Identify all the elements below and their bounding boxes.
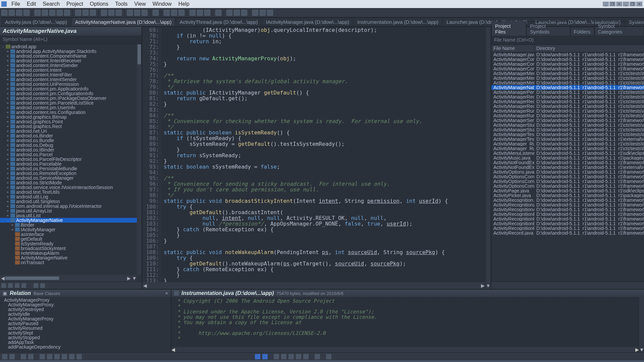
file-row[interactable]: ActivityManager_RunD:\dow\android-5.1.1_… <box>491 146 644 151</box>
document-tab[interactable]: ActivityThread.java (D:\dow\...\app) <box>176 17 261 26</box>
file-row[interactable]: ActivityManagerRunnD:\dow\android-5.1.1_… <box>491 113 644 118</box>
menu-help[interactable]: Help <box>175 1 193 7</box>
file-row[interactable]: ActivityManagerMemD:\dow\android-5.1.1_r… <box>491 71 644 76</box>
menu-options[interactable]: Options <box>87 1 112 7</box>
relation-item[interactable]: addAppTask <box>1 340 169 345</box>
file-row[interactable]: ActivityOptionsCompD:\dow\android-5.1.1_… <box>491 184 644 188</box>
toolbar-button[interactable] <box>171 10 177 16</box>
toolbar-button[interactable] <box>35 10 41 16</box>
tree-row[interactable]: +android.os.IBinder <box>0 147 142 152</box>
toolbar-button[interactable] <box>142 10 148 16</box>
project-tab[interactable]: Project Files <box>491 21 526 36</box>
toolbar-button[interactable] <box>64 10 70 16</box>
toolbar-button[interactable] <box>252 10 258 16</box>
tree-row[interactable]: -ActivityManagerNative <box>0 218 142 223</box>
relation-item[interactable]: activityDestroyed <box>1 307 169 312</box>
tree-vscroll[interactable] <box>137 44 142 275</box>
tree-row[interactable]: +android.graphics.Bitmap <box>0 115 142 119</box>
tree-row[interactable]: +com.android.internal.app.IVoiceInteract… <box>0 204 142 208</box>
tool-icon[interactable] <box>281 354 286 359</box>
file-row[interactable]: ActivityRecognitionPrD:\dow\android-5.1.… <box>491 221 644 226</box>
tree-row[interactable]: +android.os.StrictMode <box>0 180 142 185</box>
tree-row[interactable]: +android.content.IntentSender <box>0 77 142 82</box>
tool-icon[interactable] <box>2 354 7 359</box>
tree-row[interactable]: +android.content.UriPermission <box>0 82 142 86</box>
tool-icon[interactable] <box>69 354 74 359</box>
file-row[interactable]: ActivityOptionsCompD:\dow\android-5.1.1_… <box>491 179 644 184</box>
col-directory[interactable]: Directory <box>534 45 644 52</box>
symbol-tree[interactable]: -android.app+android.app.ActivityManager… <box>0 44 142 282</box>
file-row[interactable]: ActivityManagerServiD:\dow\android-5.1.1… <box>491 118 644 123</box>
tool-icon[interactable] <box>34 283 38 288</box>
project-tab[interactable]: Folders <box>570 27 594 36</box>
tree-row[interactable]: +android.app.ActivityManager.StackInfo <box>0 49 142 54</box>
toolbar-button[interactable] <box>90 10 96 16</box>
toolbar-button[interactable] <box>9 10 15 16</box>
tree-row[interactable]: +android.content.pm.ParceledListSlice <box>0 101 142 105</box>
menu-window[interactable]: Window <box>149 1 175 7</box>
file-row[interactable]: ActivityMusic.javaD:\dow\android-5.1.1_r… <box>491 156 644 160</box>
file-row[interactable]: ActivityManagerStubD:\dow\android-5.1.1_… <box>491 127 644 132</box>
menu-edit[interactable]: Edit <box>23 1 40 7</box>
minimize-child-button[interactable]: _ <box>623 2 629 6</box>
tree-row[interactable]: +android.util.Log <box>0 194 142 199</box>
tool-icon[interactable] <box>28 354 34 359</box>
tree-row[interactable]: +android.net.Uri <box>0 129 142 133</box>
toolbar-button[interactable] <box>134 10 140 16</box>
tree-row[interactable]: +android.graphics.Rect <box>0 124 142 129</box>
tool-icon[interactable] <box>21 283 26 288</box>
tree-row[interactable]: +android.os.Debug <box>0 143 142 147</box>
toolbar-button[interactable] <box>190 10 196 16</box>
close-child-button[interactable]: × <box>636 2 642 6</box>
tree-row[interactable]: +android.service.voice.IVoiceInteraction… <box>0 185 142 190</box>
tree-row[interactable]: +android.content.pm.IPackageDataObserver <box>0 96 142 101</box>
tree-row[interactable]: +android.content.pm.ApplicationInfo <box>0 86 142 91</box>
relation-item[interactable]: ActivityManagerProxy <box>1 316 169 321</box>
preview-content[interactable]: * Copyright (C) 2006 The Android Open So… <box>171 297 644 347</box>
close-icon[interactable]: × <box>165 291 168 296</box>
toolbar-button[interactable] <box>16 10 22 16</box>
relation-item[interactable]: ActivityManagerProxy: <box>1 302 169 307</box>
tool-icon[interactable] <box>303 354 309 359</box>
toolbar-button[interactable] <box>260 10 266 16</box>
toolbar-button[interactable] <box>153 10 159 16</box>
tree-row[interactable]: +android.content.ComponentName <box>0 54 142 58</box>
relation-item[interactable]: addPackageDependency <box>1 345 169 349</box>
file-row[interactable]: ActivityManagerCompD:\dow\android-5.1.1_… <box>491 62 644 66</box>
toolbar-button[interactable] <box>23 10 30 16</box>
project-tab[interactable]: Project Symbols <box>526 21 570 36</box>
file-row[interactable]: ActivityManagerPermD:\dow\android-5.1.1_… <box>491 90 644 95</box>
file-row[interactable]: ActivityManagerMemD:\dow\android-5.1.1_r… <box>491 76 644 80</box>
back-icon[interactable] <box>255 354 260 359</box>
tree-row[interactable]: +android.content.pm.UserInfo <box>0 105 142 110</box>
tree-row[interactable]: +java.util.List <box>0 213 142 218</box>
tree-row[interactable]: +android.content.IntentFilter <box>0 72 142 77</box>
file-row[interactable]: ActivityPicker.javaD:\dow\android-5.1.1_… <box>491 193 644 198</box>
tool-icon[interactable] <box>288 354 294 359</box>
tree-hscroll[interactable]: ◀▶▼ <box>0 275 137 282</box>
tool-icon[interactable] <box>47 354 52 359</box>
forward-icon[interactable] <box>262 354 268 359</box>
preview-vscroll[interactable] <box>639 297 644 347</box>
file-row[interactable]: ActivityRecognitionHD:\dow\android-5.1.1… <box>491 217 644 221</box>
relation-list[interactable]: ActivityManagerProxyActivityManagerProxy… <box>0 297 171 352</box>
tree-row[interactable]: broadcastStickyIntent <box>0 246 142 251</box>
tree-row[interactable]: +android.content.IIntentReceiver <box>0 58 142 63</box>
file-row[interactable]: ActivityMenuListeneD:\dow\android-5.1.1_… <box>491 151 644 156</box>
tree-row[interactable]: +Binder <box>0 223 142 227</box>
relation-item[interactable]: activityIdle <box>1 312 169 316</box>
toolbar-button[interactable] <box>204 10 210 16</box>
tree-row[interactable]: +android.os.Binder <box>0 133 142 138</box>
tool-icon[interactable] <box>9 354 15 359</box>
file-row[interactable]: ActivityRecognitionPrD:\dow\android-5.1.… <box>491 226 644 231</box>
document-tab[interactable]: ActivityManagerNative.java (D:\dow\...\a… <box>71 17 175 26</box>
preview-hscroll[interactable]: ◀▶▼ <box>171 347 644 352</box>
file-row[interactable]: ActivityManager_RunD:\dow\android-5.1.1_… <box>491 141 644 146</box>
tree-row[interactable]: +android.os.Parcelable <box>0 162 142 166</box>
code-editor[interactable]: 69: 70: 71: 72: 73: 74: 75: 76: 77: 78: … <box>142 27 491 282</box>
menu-project[interactable]: Project <box>63 1 87 7</box>
file-row[interactable]: ActivityManagerTestD:\dow\android-5.1.1_… <box>491 137 644 141</box>
tool-icon[interactable] <box>15 283 19 288</box>
menu-view[interactable]: View <box>131 1 149 7</box>
tree-row[interactable]: +android.os.ServiceManager <box>0 176 142 180</box>
